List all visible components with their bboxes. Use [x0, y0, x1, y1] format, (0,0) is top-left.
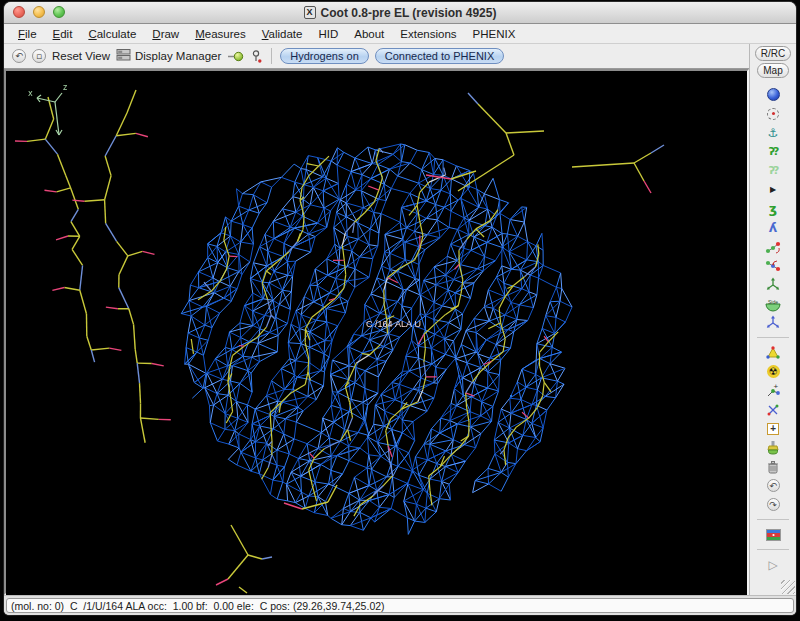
backrub-rotamer-icon[interactable]	[762, 314, 784, 331]
menu-hid[interactable]: HID	[310, 27, 346, 41]
window-title: X Coot 0.8-pre EL (revision 4925)	[304, 6, 497, 20]
flip-peptide-icon[interactable]	[762, 257, 784, 274]
status-text: (mol. no: 0) C /1/U/164 ALA occ: 1.00 bf…	[11, 600, 385, 612]
menu-validate[interactable]: Validate	[254, 27, 311, 41]
gl-viewport-frame	[4, 69, 749, 595]
status-field: (mol. no: 0) C /1/U/164 ALA occ: 1.00 bf…	[6, 598, 794, 613]
svg-text:+: +	[774, 383, 779, 391]
title-bar[interactable]: X Coot 0.8-pre EL (revision 4925)	[4, 2, 796, 24]
expander-arrow-icon[interactable]: ▶	[762, 181, 784, 198]
rot-trans-zone-icon[interactable]: ʔ?	[762, 162, 784, 179]
green-ball-arrow-button[interactable]	[227, 50, 244, 63]
sidebar-separator	[757, 519, 789, 520]
resize-grip[interactable]	[781, 580, 795, 594]
svg-text:Side: Side	[768, 298, 778, 304]
main-toolbar: ↶ ▫ Reset View Display Manager Hydrogens…	[4, 44, 749, 69]
reset-view-label: Reset View	[52, 50, 110, 62]
reset-view-button[interactable]: Reset View	[52, 50, 110, 62]
redo-icon[interactable]: ↷	[762, 496, 784, 513]
menu-calculate[interactable]: Calculate	[80, 27, 144, 41]
menu-draw[interactable]: Draw	[144, 27, 187, 41]
stick-figure-button[interactable]	[250, 49, 263, 64]
undo-icon[interactable]: ↶	[762, 477, 784, 494]
menu-file[interactable]: File	[10, 27, 45, 41]
menu-edit[interactable]: Edit	[45, 27, 81, 41]
menu-measures[interactable]: Measures	[187, 27, 254, 41]
sidebar-separator	[757, 549, 789, 550]
run-refmac-icon[interactable]	[762, 526, 784, 543]
menu-phenix[interactable]: PHENIX	[465, 27, 524, 41]
display-manager-label: Display Manager	[135, 50, 221, 62]
menu-bar: FileEditCalculateDrawMeasuresValidateHID…	[4, 24, 796, 44]
zoom-button[interactable]	[53, 6, 65, 18]
close-button[interactable]	[13, 6, 25, 18]
view-center-button[interactable]: ▫	[32, 49, 46, 63]
rrc-button[interactable]: R/RC	[755, 46, 791, 61]
side-chain-flip-icon[interactable]: Side	[762, 295, 784, 312]
mutate-autofit-icon[interactable]	[762, 344, 784, 361]
window-title-text: Coot 0.8-pre EL (revision 4925)	[321, 6, 497, 20]
clear-pending-icon[interactable]	[762, 439, 784, 456]
toolbar-separator	[271, 48, 272, 64]
rigid-body-fit-icon[interactable]: ʔ?	[762, 143, 784, 160]
add-terminal-residue-icon[interactable]: +	[762, 382, 784, 399]
menu-extensions[interactable]: Extensions	[392, 27, 464, 41]
menu-about[interactable]: About	[346, 27, 392, 41]
delete-item-icon[interactable]	[762, 458, 784, 475]
modelling-icon-column: ⚓ʔ?ʔ?▶ʒʎSide☢++↶↷▷	[750, 86, 796, 573]
map-button[interactable]: Map	[757, 63, 788, 78]
add-alt-conf-icon[interactable]	[762, 401, 784, 418]
hydrogens-toggle[interactable]: Hydrogens on	[280, 48, 369, 64]
display-manager-icon	[116, 49, 131, 63]
place-atom-icon[interactable]: +	[762, 420, 784, 437]
view-back-button[interactable]: ↶	[12, 49, 26, 63]
edit-chi-angles-icon[interactable]: ʎ	[762, 219, 784, 236]
jed-flip-icon[interactable]	[762, 276, 784, 293]
status-bar: (mol. no: 0) C /1/U/164 ALA occ: 1.00 bf…	[4, 595, 796, 615]
gl-canvas-3d-view[interactable]	[6, 71, 747, 597]
refine-sphere-icon[interactable]	[762, 86, 784, 103]
left-column: ↶ ▫ Reset View Display Manager Hydrogens…	[4, 44, 749, 595]
rotamers-icon[interactable]: ʒ	[762, 200, 784, 217]
phenix-connection-badge[interactable]: Connected to PHENIX	[375, 48, 504, 64]
x11-app-icon: X	[304, 6, 316, 19]
right-sidebar: R/RC Map ⚓ʔ?ʔ?▶ʒʎSide☢++↶↷▷	[749, 44, 796, 595]
display-manager-button[interactable]: Display Manager	[116, 49, 221, 63]
minimize-button[interactable]	[33, 6, 45, 18]
torsion-general-icon[interactable]	[762, 238, 784, 255]
simple-mutate-icon[interactable]: ☢	[762, 363, 784, 380]
play-icon[interactable]: ▷	[762, 556, 784, 573]
content-row: ↶ ▫ Reset View Display Manager Hydrogens…	[4, 44, 796, 595]
window-controls	[13, 6, 65, 18]
sidebar-separator	[757, 337, 789, 338]
fixed-atoms-anchor-icon[interactable]: ⚓	[762, 124, 784, 141]
coot-window: X Coot 0.8-pre EL (revision 4925) FileEd…	[4, 2, 796, 615]
regularize-icon[interactable]	[762, 105, 784, 122]
